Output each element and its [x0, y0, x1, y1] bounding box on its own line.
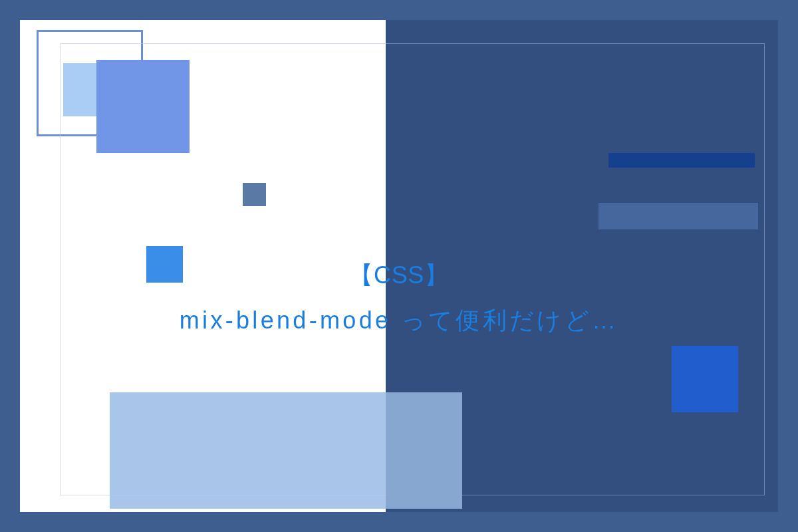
title: 【CSS】 mix-blend-mode って便利だけど…: [0, 253, 798, 344]
title-line-2: mix-blend-mode って便利だけど…: [0, 298, 798, 343]
title-line-1: 【CSS】: [0, 253, 798, 298]
